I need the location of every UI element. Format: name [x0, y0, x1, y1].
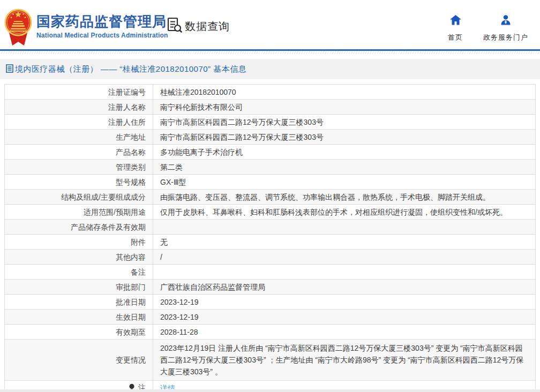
row-label: 管理类别: [5, 160, 153, 175]
person-icon: [500, 15, 511, 27]
row-value: 南宁市高新区科园西二路12号万保大厦三楼303号: [153, 130, 536, 145]
data-query-label: 数据查询: [185, 19, 230, 34]
nav-label-home: 首页: [448, 33, 463, 42]
row-value: 广西壮族自治区药品监督管理局: [153, 280, 536, 295]
row-label-text: 审批部门: [116, 283, 146, 291]
table-row: 生产地址南宁市高新区科园西二路12号万保大厦三楼303号: [5, 130, 536, 145]
table-row: 有效期至2028-11-28: [5, 325, 536, 340]
row-label: 注册证编号: [5, 85, 153, 100]
home-icon: [450, 15, 461, 27]
row-label-text: 注册证编号: [108, 88, 146, 96]
row-value: 仅用于皮肤科、耳鼻喉科、妇科和肛肠科浅表部位的手术，对相应组织进行凝固，使组织变…: [153, 205, 536, 220]
site-title: 国家药品监督管理局: [36, 13, 168, 29]
row-label: 附件: [5, 235, 153, 250]
national-emblem-logo: [4, 7, 32, 48]
row-label: 审批部门: [5, 280, 153, 295]
row-label: 适用范围/预期用途: [5, 205, 153, 220]
row-value: 桂械注准20182010070: [153, 85, 536, 100]
data-query-icon: [167, 17, 182, 35]
table-row: 结构及组成/主要组成成分由振荡电路、变压器、整流器、调节系统、功率输出耦合器，散…: [5, 190, 536, 205]
row-label-text: 有效期至: [116, 328, 146, 336]
row-label: 批准日期: [5, 295, 153, 310]
site-title-block: 国家药品监督管理局 National Medical Products Admi…: [36, 13, 168, 39]
table-row: 生效日期2023-12-19: [5, 310, 536, 325]
row-label: 结构及组成/主要组成成分: [5, 190, 153, 205]
row-label-text: 变更情况: [116, 356, 146, 364]
table-row: 管理类别第二类: [5, 160, 536, 175]
info-table: 注册证编号桂械注准20182010070注册人名称南宁科伦新技术有限公司注册人住…: [4, 84, 536, 392]
row-value: [153, 265, 536, 280]
row-label: 产品储存条件及有效期: [5, 220, 153, 235]
row-label-text: 备注: [131, 268, 146, 276]
table-row: 备注: [5, 265, 536, 280]
nav-item-service-portal[interactable]: 政务服务门户: [483, 15, 528, 42]
row-value: 多功能电离子手术治疗机: [153, 145, 536, 160]
row-label: 型号规格: [5, 175, 153, 190]
row-value: 由振荡电路、变压器、整流器、调节系统、功率输出耦合器，散热系统，手术电极、脚踏开…: [153, 190, 536, 205]
row-label: 其他内容: [5, 250, 153, 265]
table-row: 适用范围/预期用途仅用于皮肤科、耳鼻喉科、妇科和肛肠科浅表部位的手术，对相应组织…: [5, 205, 536, 220]
table-row: 附件无: [5, 235, 536, 250]
table-row: 变更情况2023年12月19日 注册人住所由 “南宁市高新区科园西二路12号万保…: [5, 340, 536, 381]
row-label-text: 注册人名称: [108, 103, 146, 111]
footer-strip: [0, 389, 540, 392]
page-header: 国家药品监督管理局 National Medical Products Admi…: [0, 0, 540, 49]
row-value: 2023年12月19日 注册人住所由 “南宁市高新区科园西二路12号万保大厦三楼…: [153, 340, 536, 381]
table-row: 批准日期2023-12-19: [5, 295, 536, 310]
row-value: GX-Ⅲ型: [153, 175, 536, 190]
row-label-text: 管理类别: [116, 163, 146, 171]
table-row: 注册证编号桂械注准20182010070: [5, 85, 536, 100]
row-label: 产品名称: [5, 145, 153, 160]
row-label-text: 附件: [131, 238, 146, 246]
table-row: 其他内容/: [5, 250, 536, 265]
row-value: 无: [153, 235, 536, 250]
row-label-text: 型号规格: [116, 178, 146, 186]
row-label-text: 生效日期: [116, 313, 146, 321]
row-label: 注册人住所: [5, 115, 153, 130]
row-label-text: 适用范围/预期用途: [84, 208, 146, 216]
row-label: 变更情况: [5, 340, 153, 381]
row-label: 生产地址: [5, 130, 153, 145]
table-row: 注册人名称南宁科伦新技术有限公司: [5, 100, 536, 115]
row-value: 2023-12-19: [153, 295, 536, 310]
data-query-section[interactable]: 数据查询: [167, 17, 230, 35]
row-value: 第二类: [153, 160, 536, 175]
row-label-text: 产品名称: [116, 148, 146, 156]
row-label-text: 其他内容: [116, 253, 146, 261]
row-value: 2023-12-19: [153, 310, 536, 325]
breadcrumb: 境内医疗器械（注册） —— “桂械注准20182010070” 基本信息: [0, 59, 540, 79]
row-label-text: 结构及组成/主要组成成分: [61, 193, 146, 201]
row-label-text: 批准日期: [116, 298, 146, 306]
table-row: 产品储存条件及有效期: [5, 220, 536, 235]
row-value: 南宁科伦新技术有限公司: [153, 100, 536, 115]
row-label: 生效日期: [5, 310, 153, 325]
row-value: [153, 220, 536, 235]
row-value: 2028-11-28: [153, 325, 536, 340]
table-row: 审批部门广西壮族自治区药品监督管理局: [5, 280, 536, 295]
list-icon: [6, 64, 13, 74]
row-label: 注册人名称: [5, 100, 153, 115]
breadcrumb-text: 境内医疗器械（注册） —— “桂械注准20182010070” 基本信息: [15, 64, 246, 74]
nav-label-service-portal: 政务服务门户: [483, 33, 528, 42]
row-value: /: [153, 250, 536, 265]
row-value: 南宁市高新区科园西二路12号万保大厦三楼303号: [153, 115, 536, 130]
row-label-text: 注册人住所: [108, 118, 146, 126]
site-subtitle: National Medical Products Administration: [36, 32, 168, 39]
table-row: 产品名称多功能电离子手术治疗机: [5, 145, 536, 160]
row-label-text: 生产地址: [116, 133, 146, 141]
row-label: 备注: [5, 265, 153, 280]
table-row: 注册人住所南宁市高新区科园西二路12号万保大厦三楼303号: [5, 115, 536, 130]
table-row: 型号规格GX-Ⅲ型: [5, 175, 536, 190]
row-label: 有效期至: [5, 325, 153, 340]
hatch-strip: [0, 51, 540, 54]
top-nav: 首页 政务服务门户: [448, 15, 528, 42]
row-label-text: 产品储存条件及有效期: [71, 223, 146, 231]
nav-item-home[interactable]: 首页: [448, 15, 463, 42]
